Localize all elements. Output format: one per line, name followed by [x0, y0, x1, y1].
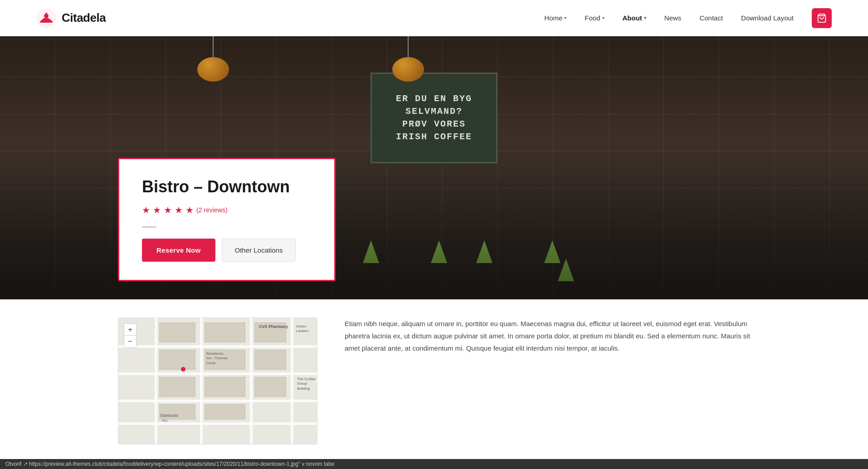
- nav-item-food[interactable]: Food ▾: [577, 10, 611, 25]
- logo-area[interactable]: Citadela: [36, 8, 106, 28]
- map-label-cvs: CVS Pharmacy: [259, 324, 288, 329]
- status-text: Otvorif ↗ https://preview.ait-themes.clu…: [5, 461, 334, 463]
- map-label-starbucks: Starbucks: [160, 413, 178, 418]
- map-label-mio: Mio: [162, 419, 168, 423]
- logo-icon: [36, 8, 56, 28]
- star-1: ★: [142, 205, 150, 215]
- nav-item-news[interactable]: News: [657, 10, 689, 25]
- description-area: Etiam nibh neque, aliquam ut ornare in, …: [345, 318, 750, 354]
- map-label-green-lantern: GreenLantern: [296, 324, 308, 334]
- map-zoom-in-button[interactable]: +: [124, 324, 136, 336]
- pendant-light-right: [390, 36, 426, 82]
- chevron-down-icon: ▾: [644, 15, 646, 20]
- bottom-section: + − CVS Pharmacy Starbucks Mio Residence…: [0, 299, 868, 463]
- chevron-down-icon: ▾: [602, 15, 605, 20]
- cart-button[interactable]: [812, 8, 832, 28]
- star-4: ★: [175, 205, 183, 215]
- nav-item-about[interactable]: About ▾: [615, 10, 653, 25]
- svg-rect-1: [40, 21, 53, 23]
- star-3: ★: [164, 205, 172, 215]
- map-container[interactable]: + − CVS Pharmacy Starbucks Mio Residence…: [118, 318, 317, 445]
- map-zoom-controls[interactable]: + −: [124, 323, 137, 348]
- description-text: Etiam nibh neque, aliquam ut ornare in, …: [345, 318, 750, 354]
- hero-card: Bistro – Downtown ★ ★ ★ ★ ★ (2 reviews) …: [118, 158, 336, 281]
- reviews-count: (2 reviews): [196, 206, 227, 214]
- chevron-down-icon: ▾: [564, 15, 566, 20]
- pendant-light-left: [195, 36, 231, 82]
- reserve-now-button[interactable]: Reserve Now: [142, 239, 215, 262]
- map-background: + − CVS Pharmacy Starbucks Mio Residence…: [118, 318, 317, 444]
- map-pin: [181, 367, 185, 371]
- hero-section: ER DU EN BYG SELVMAND? PRØV VORES IRISH …: [0, 36, 868, 299]
- nav-links: Home ▾ Food ▾ About ▾ News Contact Downl…: [537, 8, 832, 28]
- other-locations-button[interactable]: Other Locations: [222, 239, 296, 262]
- map-label-costar: The CoStarGroupBuilding: [297, 377, 316, 391]
- svg-rect-3: [45, 13, 47, 16]
- map-zoom-out-button[interactable]: −: [124, 336, 136, 347]
- star-5: ★: [185, 205, 194, 215]
- nav-item-contact[interactable]: Contact: [692, 10, 730, 25]
- cart-icon: [817, 13, 827, 23]
- star-2: ★: [153, 205, 161, 215]
- navbar: Citadela Home ▾ Food ▾ About ▾ News Cont…: [0, 0, 868, 36]
- hero-buttons: Reserve Now Other Locations: [142, 239, 312, 262]
- chalkboard: ER DU EN BYG SELVMAND? PRØV VORES IRISH …: [371, 73, 497, 163]
- nav-item-home[interactable]: Home ▾: [537, 10, 574, 25]
- nav-item-download-layout[interactable]: Download Layout: [734, 10, 801, 25]
- status-bar: Otvorif ↗ https://preview.ait-themes.clu…: [0, 459, 868, 463]
- map-label-residence: ResidenceInn - ThomasCircle: [206, 352, 228, 366]
- rating-row: ★ ★ ★ ★ ★ (2 reviews): [142, 205, 312, 215]
- bistro-title: Bistro – Downtown: [142, 177, 312, 196]
- card-divider: [142, 226, 156, 228]
- logo-text: Citadela: [62, 11, 106, 25]
- chalkboard-text: ER DU EN BYG SELVMAND? PRØV VORES IRISH …: [396, 93, 472, 143]
